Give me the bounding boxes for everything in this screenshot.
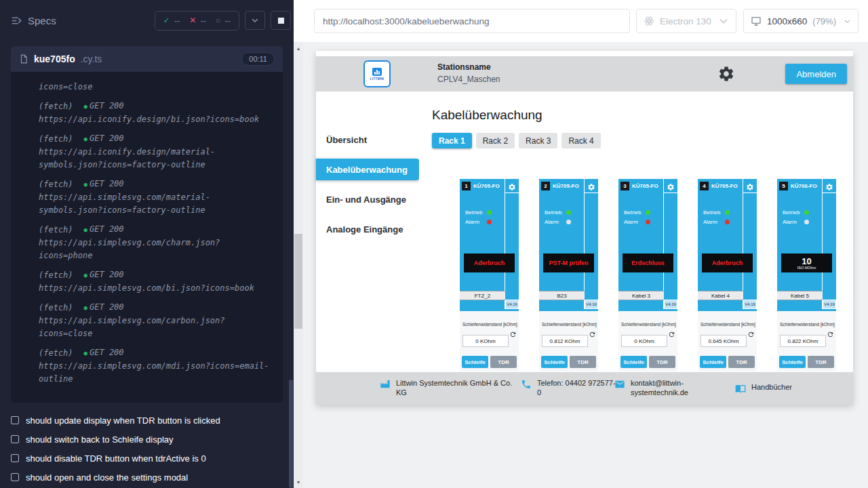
tab-rack-3[interactable]: Rack 3 [519,133,557,148]
card-settings-button[interactable] [508,182,516,190]
test-item[interactable]: should switch back to Schleife display [11,430,283,449]
book-icon [735,383,746,394]
app-header: LITTWIN Stationsname CPLV4_Maschen Abmel… [316,56,853,92]
status-display: 10 ISO MOhm [781,253,832,272]
test-title: should update display when TDR button is… [26,415,220,426]
card-divider [743,179,743,309]
log-entry[interactable]: (fetch)●GET 200 https://api.simplesvg.co… [39,301,277,340]
stat-pending: ○-- [216,16,231,26]
logout-button[interactable]: Abmelden [785,64,847,84]
sidebar-item-analoge-eingaenge[interactable]: Analoge Eingänge [316,218,419,240]
stop-button[interactable] [271,11,291,30]
scroll-down-arrow[interactable]: ▼ [294,477,303,487]
fetch-label: (fetch) [39,302,73,314]
schleife-button[interactable]: Schleife [700,356,726,368]
log-url-line: icons=phone [39,249,277,262]
betrieb-led [566,210,571,215]
status-text: PST-M prüfen [549,260,589,266]
rack-tabs: Rack 1 Rack 2 Rack 3 Rack 4 [432,133,853,148]
test-state-icon [11,454,19,462]
schleife-button[interactable]: Schleife [620,356,647,368]
betrieb-label: Betrieb [545,209,566,216]
measurement-section: Schleifenwiderstand [kOhm] 0.645 KOhm Sc… [698,311,757,371]
log-entry[interactable]: (fetch)●GET 200 https://api.simplesvg.co… [39,268,277,295]
test-item[interactable]: should open and close the settings modal [11,468,283,487]
cable-name: Kabel 3 [618,291,664,300]
test-title: should disable TDR button when tdrActive… [26,453,206,464]
spec-header[interactable]: kue705fo .cy.ts 00:11 [11,46,283,72]
settings-button[interactable] [717,65,735,83]
fetch-label: (fetch) [39,100,73,113]
refresh-button[interactable] [668,329,675,336]
tdr-button[interactable]: TDR [490,356,517,368]
spec-extension: .cy.ts [81,54,102,64]
log-entry[interactable]: (fetch)●GET 200 https://api.iconify.desi… [39,132,277,171]
tab-rack-2[interactable]: Rack 2 [476,133,515,148]
test-state-icon [11,416,19,424]
log-entry[interactable]: (fetch)●GET 200 https://api.simplesvg.co… [39,346,277,386]
card-settings-button[interactable] [587,182,595,190]
log-entry[interactable]: icons=close [39,81,277,94]
measurement-label: Schleifenwiderstand [kOhm] [621,322,675,327]
refresh-button[interactable] [509,329,517,336]
refresh-button[interactable] [827,329,834,336]
tdr-button[interactable]: TDR [570,356,596,368]
fetch-label: (fetch) [39,347,73,360]
status-dot-icon: ● [84,181,87,188]
specs-toggle[interactable]: Specs [11,15,56,26]
schleife-button[interactable]: Schleife [541,356,568,368]
log-entry[interactable]: (fetch)●GET 200 https://api.iconify.desi… [39,100,277,126]
footer-manuals-link[interactable]: Handbücher [735,382,792,394]
schleife-button[interactable]: Schleife [462,356,488,368]
reporter-scrollbar-thumb[interactable] [289,380,293,488]
card-settings-button[interactable] [746,182,754,190]
sidebar-item-ein-und-ausgaenge[interactable]: Ein- und Ausgänge [316,188,419,210]
card-settings-button[interactable] [825,182,833,190]
manuals-label: Handbücher [751,382,792,392]
viewport-selector[interactable]: 1000x660 (79%) [743,9,859,33]
refresh-button[interactable] [589,329,596,336]
card-number: 2 [541,182,550,190]
sidebar-item-kabelueberwachung[interactable]: Kabelüberwachung [316,159,419,180]
tdr-button[interactable]: TDR [808,356,834,368]
sidebar-item-uebersicht[interactable]: Übersicht [316,129,419,150]
alarm-label: Alarm [783,219,804,225]
tdr-button[interactable]: TDR [728,356,755,368]
log-entry[interactable]: (fetch)●GET 200 https://api.simplesvg.co… [39,223,277,262]
log-url-line: https://api.iconify.design/material- [39,146,277,159]
log-url-line: https://api.simplesvg.com/carbon.json? [39,314,277,327]
cable-name: FTZ_2 [460,291,505,300]
tab-rack-4[interactable]: Rack 4 [561,133,600,148]
alarm-led [487,220,492,224]
tdr-button[interactable]: TDR [649,356,675,368]
scroll-up-arrow[interactable]: ▲ [294,43,303,53]
card-divider [584,179,585,309]
schleife-button[interactable]: Schleife [779,356,806,368]
alarm-led [725,220,730,224]
refresh-button[interactable] [747,329,755,336]
tab-rack-1[interactable]: Rack 1 [432,133,472,148]
firmware-version: V4.19 [505,300,519,309]
measurement-value: 0.645 KOhm [701,335,747,347]
log-entry[interactable]: (fetch)●GET 200 https://api.simplesvg.co… [39,178,277,217]
company-name: Littwin Systemtechnik GmbH & Co. KG [396,378,517,397]
url-input[interactable] [315,9,629,33]
littwin-logo: LITTWIN [363,60,391,87]
status-dot-icon: ● [84,350,87,357]
circle-icon: ○ [216,16,220,25]
factory-icon [380,379,391,390]
test-item[interactable]: should disable TDR button when tdrActive… [11,449,283,468]
card-settings-button[interactable] [667,182,675,190]
test-item[interactable]: should update display when TDR button is… [11,411,283,430]
browser-selector[interactable]: Electron 130 [636,9,736,33]
collapse-button[interactable] [245,11,265,30]
fetch-label: (fetch) [39,224,73,237]
footer-email[interactable]: kontakt@littwin-systemtechnik.de [614,378,698,397]
device-cards: 1 KÜ705-FO Betrieb Alarm Aderbruch FTZ_2… [432,179,853,371]
reporter-topbar: Specs ✓-- ✕-- ○-- [0,0,294,41]
status-dot-icon: ● [84,226,87,233]
scrollbar-thumb[interactable] [294,234,302,329]
logo-icon [372,68,382,76]
log-url-line: symbols.json?icons=factory-outline [39,159,277,171]
vertical-scrollbar[interactable]: ▲ ▼ [294,42,303,488]
